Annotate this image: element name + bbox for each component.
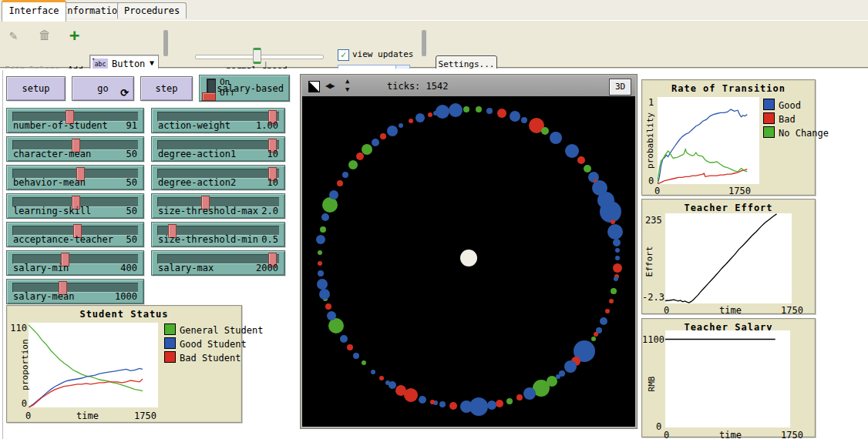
student-agent[interactable] <box>316 235 325 244</box>
slider-degree-action2[interactable]: degree-action2 10 <box>151 165 285 190</box>
student-agent[interactable] <box>430 400 435 404</box>
student-agent[interactable] <box>564 360 577 373</box>
student-agent[interactable] <box>591 337 596 341</box>
student-agent[interactable] <box>399 123 403 128</box>
student-agent[interactable] <box>496 400 503 407</box>
student-agent[interactable] <box>340 335 348 343</box>
student-agent[interactable] <box>362 144 372 155</box>
student-agent[interactable] <box>317 279 328 290</box>
student-agent[interactable] <box>325 303 331 310</box>
student-agent[interactable] <box>322 197 338 213</box>
student-agent[interactable] <box>428 112 432 117</box>
student-agent[interactable] <box>607 224 623 240</box>
student-agent[interactable] <box>594 332 598 337</box>
student-agent[interactable] <box>609 299 614 303</box>
student-agent[interactable] <box>362 360 366 365</box>
student-agent[interactable] <box>337 180 343 186</box>
student-agent[interactable] <box>415 113 425 122</box>
student-agent[interactable] <box>318 270 324 276</box>
student-agent[interactable] <box>577 156 585 164</box>
student-agent[interactable] <box>318 250 322 255</box>
salary-based-switch[interactable]: On Off salary-based <box>199 75 290 102</box>
series-no-change <box>658 149 747 183</box>
student-agent[interactable] <box>541 127 549 135</box>
slider-salary-mean[interactable]: salary-mean 1000 <box>6 279 144 304</box>
vertical-arrows-icon[interactable]: ▲▼ <box>345 77 349 94</box>
student-agent[interactable] <box>395 385 406 396</box>
student-agent[interactable] <box>615 256 620 260</box>
teacher-agent[interactable] <box>460 250 477 266</box>
student-agent[interactable] <box>353 353 359 359</box>
slider-size-threshold-min[interactable]: size-threshold-min 0.5 <box>151 222 285 247</box>
student-agent[interactable] <box>487 400 496 410</box>
student-agent[interactable] <box>613 239 621 246</box>
slider-salary-min[interactable]: salary-min 400 <box>6 250 144 276</box>
horizontal-arrows-icon[interactable]: ◀▶ <box>325 80 333 91</box>
student-agent[interactable] <box>342 172 348 178</box>
student-agent[interactable] <box>449 103 463 117</box>
student-agent[interactable] <box>320 226 326 233</box>
student-agent[interactable] <box>506 398 513 404</box>
view-3d-button[interactable]: 3D <box>609 79 631 96</box>
student-agent[interactable] <box>380 133 386 139</box>
slider-acceptance-teacher[interactable]: acceptance-teacher 50 <box>6 222 144 247</box>
student-agent[interactable] <box>318 261 322 266</box>
student-agent[interactable] <box>436 105 449 119</box>
student-agent[interactable] <box>460 400 473 413</box>
student-agent[interactable] <box>329 190 338 199</box>
student-agent[interactable] <box>439 401 446 407</box>
student-agent[interactable] <box>328 318 344 333</box>
step-button[interactable]: step <box>140 76 193 101</box>
slider-action-weight[interactable]: action-weight 1.00 <box>151 108 285 133</box>
speed-slider-handle[interactable] <box>253 48 261 64</box>
setup-button[interactable]: setup <box>6 76 66 101</box>
student-agent[interactable] <box>385 380 390 385</box>
student-agent[interactable] <box>476 106 482 112</box>
slider-salary-max[interactable]: salary-max 2000 <box>151 250 285 276</box>
student-agent[interactable] <box>372 139 379 146</box>
student-agent[interactable] <box>327 311 336 320</box>
student-agent[interactable] <box>516 394 523 400</box>
legend-swatch <box>763 99 775 110</box>
slider-learning-skill[interactable]: learning-skill 50 <box>6 193 144 219</box>
slider-degree-action1[interactable]: degree-action1 10 <box>151 136 285 162</box>
tab-interface[interactable]: Interface <box>2 0 66 22</box>
student-agent[interactable] <box>550 132 562 144</box>
student-agent[interactable] <box>379 376 384 380</box>
tab-procedures[interactable]: Procedures <box>117 2 187 18</box>
watch-icon[interactable] <box>308 81 320 92</box>
go-button[interactable]: go ⟳ <box>72 76 134 101</box>
student-agent[interactable] <box>600 317 607 325</box>
student-agent[interactable] <box>614 276 618 281</box>
student-agent[interactable] <box>613 263 622 273</box>
student-agent[interactable] <box>463 106 469 112</box>
student-agent[interactable] <box>419 396 426 404</box>
slider-number-of-student[interactable]: number-of-student 91 <box>6 108 144 133</box>
slider-behavior-mean[interactable]: behavior-mean 50 <box>6 165 144 190</box>
student-agent[interactable] <box>356 152 364 160</box>
world-canvas[interactable] <box>302 96 635 427</box>
student-agent[interactable] <box>371 370 375 374</box>
student-agent[interactable] <box>348 160 358 169</box>
student-agent[interactable] <box>615 248 620 253</box>
student-agent[interactable] <box>510 111 520 122</box>
view-updates-checkbox[interactable]: ✓ <box>338 49 349 61</box>
student-agent[interactable] <box>497 109 506 118</box>
slider-size-threshold-max[interactable]: size-threshold-max 2.0 <box>151 193 285 219</box>
student-agent[interactable] <box>565 144 579 158</box>
student-agent[interactable] <box>611 288 617 294</box>
student-agent[interactable] <box>523 387 536 400</box>
student-agent[interactable] <box>319 289 330 300</box>
student-agent[interactable] <box>347 344 353 350</box>
student-agent[interactable] <box>521 117 527 123</box>
legend-label: General Student <box>180 325 263 336</box>
student-agent[interactable] <box>387 126 398 136</box>
slider-character-mean[interactable]: character-mean 50 <box>6 136 144 162</box>
student-agent[interactable] <box>321 213 329 221</box>
student-agent[interactable] <box>584 165 591 173</box>
student-agent[interactable] <box>605 309 610 313</box>
switch-handle[interactable] <box>202 92 216 101</box>
student-agent[interactable] <box>486 108 493 114</box>
student-agent[interactable] <box>409 119 413 123</box>
student-agent[interactable] <box>449 402 457 410</box>
